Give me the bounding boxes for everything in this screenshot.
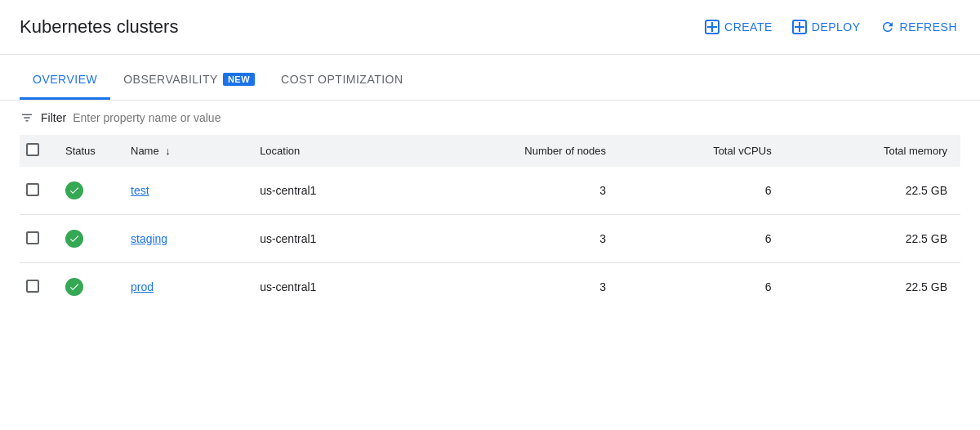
create-label: CREATE: [724, 20, 773, 34]
row-checkbox[interactable]: [26, 280, 39, 293]
cluster-link[interactable]: test: [131, 184, 149, 197]
row-status-cell: [52, 215, 118, 263]
status-ok-icon: [65, 278, 83, 296]
tab-observability[interactable]: OBSERVABILITY NEW: [110, 61, 268, 100]
tab-overview[interactable]: OVERVIEW: [20, 61, 110, 100]
status-ok-icon: [65, 181, 83, 199]
col-header-status: Status: [52, 135, 118, 167]
filter-input[interactable]: [73, 111, 960, 124]
new-badge: NEW: [223, 73, 255, 86]
row-location-cell: us-central1: [247, 215, 408, 263]
row-memory-cell: 22.5 GB: [785, 215, 960, 263]
svg-rect-1: [711, 22, 713, 32]
row-name-cell: test: [118, 167, 247, 215]
tab-overview-label: OVERVIEW: [33, 73, 97, 86]
table-row: staging us-central1 3 6 22.5 GB: [20, 215, 960, 263]
create-button[interactable]: CREATE: [702, 13, 776, 41]
clusters-table: Status Name ↓ Location Number of nodes T…: [20, 135, 960, 311]
row-vcpus-cell: 6: [619, 215, 785, 263]
svg-rect-4: [799, 22, 800, 32]
cluster-link[interactable]: staging: [131, 232, 167, 245]
filter-label: Filter: [41, 111, 66, 124]
table-header-row: Status Name ↓ Location Number of nodes T…: [20, 135, 960, 167]
col-header-location: Location: [247, 135, 408, 167]
page-title: Kubernetes clusters: [20, 16, 682, 38]
row-name-cell: prod: [118, 263, 247, 311]
col-header-vcpus: Total vCPUs: [619, 135, 785, 167]
sort-arrow-icon: ↓: [165, 145, 171, 157]
deploy-button[interactable]: DEPLOY: [789, 13, 864, 41]
tab-bar: OVERVIEW OBSERVABILITY NEW COST OPTIMIZA…: [0, 61, 980, 101]
refresh-button[interactable]: REFRESH: [877, 13, 960, 41]
row-checkbox[interactable]: [26, 231, 39, 244]
status-ok-icon: [65, 230, 83, 248]
row-checkbox-cell: [20, 263, 52, 311]
row-vcpus-cell: 6: [619, 167, 785, 215]
plus-icon: [705, 20, 719, 34]
row-nodes-cell: 3: [408, 167, 619, 215]
filter-bar: Filter: [0, 101, 980, 135]
row-checkbox[interactable]: [26, 183, 39, 196]
col-header-checkbox: [20, 135, 52, 167]
col-header-nodes: Number of nodes: [408, 135, 619, 167]
row-name-cell: staging: [118, 215, 247, 263]
deploy-label: DEPLOY: [812, 20, 861, 34]
row-memory-cell: 22.5 GB: [785, 167, 960, 215]
table-row: prod us-central1 3 6 22.5 GB: [20, 263, 960, 311]
header-actions: CREATE DEPLOY REFRESH: [702, 13, 960, 41]
tab-observability-label: OBSERVABILITY: [123, 73, 218, 86]
cluster-link[interactable]: prod: [131, 280, 154, 293]
page-header: Kubernetes clusters CREATE DEPLOY: [0, 0, 980, 55]
select-all-checkbox[interactable]: [26, 143, 39, 156]
row-nodes-cell: 3: [408, 215, 619, 263]
row-vcpus-cell: 6: [619, 263, 785, 311]
col-header-name[interactable]: Name ↓: [118, 135, 247, 167]
refresh-icon: [880, 20, 895, 34]
clusters-table-container: Status Name ↓ Location Number of nodes T…: [0, 135, 980, 311]
tab-cost-optimization-label: COST OPTIMIZATION: [281, 73, 403, 86]
row-location-cell: us-central1: [247, 263, 408, 311]
row-location-cell: us-central1: [247, 167, 408, 215]
row-status-cell: [52, 167, 118, 215]
row-memory-cell: 22.5 GB: [785, 263, 960, 311]
row-nodes-cell: 3: [408, 263, 619, 311]
tab-cost-optimization[interactable]: COST OPTIMIZATION: [268, 61, 416, 100]
row-checkbox-cell: [20, 167, 52, 215]
col-header-memory: Total memory: [785, 135, 960, 167]
refresh-label: REFRESH: [900, 20, 957, 34]
row-status-cell: [52, 263, 118, 311]
filter-icon: [20, 110, 34, 125]
table-row: test us-central1 3 6 22.5 GB: [20, 167, 960, 215]
deploy-plus-icon: [792, 20, 807, 34]
row-checkbox-cell: [20, 215, 52, 263]
